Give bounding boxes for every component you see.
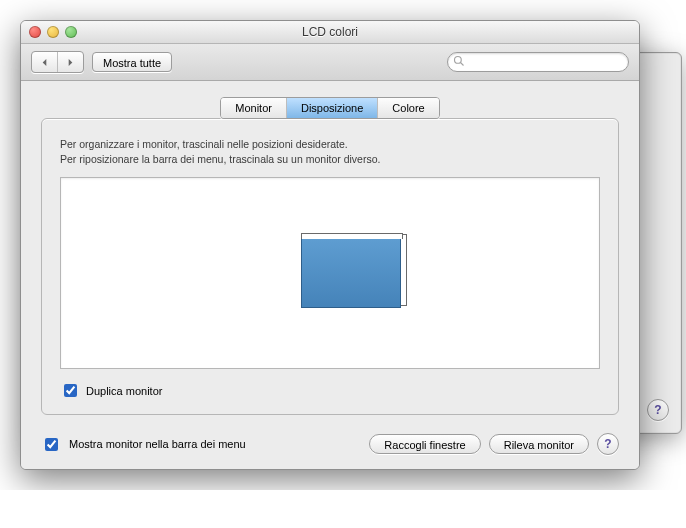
window-controls xyxy=(29,26,77,38)
help-icon[interactable]: ? xyxy=(647,399,669,421)
mirror-displays-row[interactable]: Duplica monitor xyxy=(60,381,600,400)
chevron-left-icon xyxy=(40,58,49,67)
window-title: LCD colori xyxy=(302,25,358,39)
chevron-right-icon xyxy=(66,58,75,67)
nav-buttons xyxy=(31,51,84,73)
search-field-container xyxy=(447,52,629,72)
show-all-button[interactable]: Mostra tutte xyxy=(92,52,172,72)
gather-windows-button[interactable]: Raccogli finestre xyxy=(369,434,480,454)
detect-displays-button[interactable]: Rileva monitor xyxy=(489,434,589,454)
forward-button[interactable] xyxy=(57,52,83,72)
svg-line-1 xyxy=(461,63,464,66)
minimize-icon[interactable] xyxy=(47,26,59,38)
arrangement-area[interactable] xyxy=(60,177,600,369)
mirror-displays-label: Duplica monitor xyxy=(86,385,162,397)
zoom-icon[interactable] xyxy=(65,26,77,38)
arrangement-instructions: Per organizzare i monitor, trascinali ne… xyxy=(60,137,600,167)
search-input[interactable] xyxy=(447,52,629,72)
mirror-displays-checkbox[interactable] xyxy=(64,384,77,397)
titlebar: LCD colori xyxy=(21,21,639,44)
show-in-menubar-label: Mostra monitor nella barra dei menu xyxy=(69,438,246,450)
help-icon[interactable]: ? xyxy=(597,433,619,455)
tab-monitor[interactable]: Monitor xyxy=(221,98,286,118)
search-icon xyxy=(453,55,465,67)
close-icon[interactable] xyxy=(29,26,41,38)
arrangement-panel: Per organizzare i monitor, trascinali ne… xyxy=(41,118,619,415)
footer-row: Mostra monitor nella barra dei menu Racc… xyxy=(41,433,619,455)
tab-arrangement[interactable]: Disposizione xyxy=(286,98,377,118)
toolbar: Mostra tutte xyxy=(21,44,639,81)
display-primary-icon[interactable] xyxy=(301,238,401,308)
show-in-menubar-checkbox[interactable] xyxy=(45,438,58,451)
tabs: Monitor Disposizione Colore xyxy=(41,97,619,119)
content-area: Monitor Disposizione Colore Per organizz… xyxy=(21,81,639,469)
back-button[interactable] xyxy=(32,52,57,72)
tab-color[interactable]: Colore xyxy=(377,98,438,118)
svg-point-0 xyxy=(455,57,462,64)
preferences-window: LCD colori Mostra tutte xyxy=(20,20,640,470)
